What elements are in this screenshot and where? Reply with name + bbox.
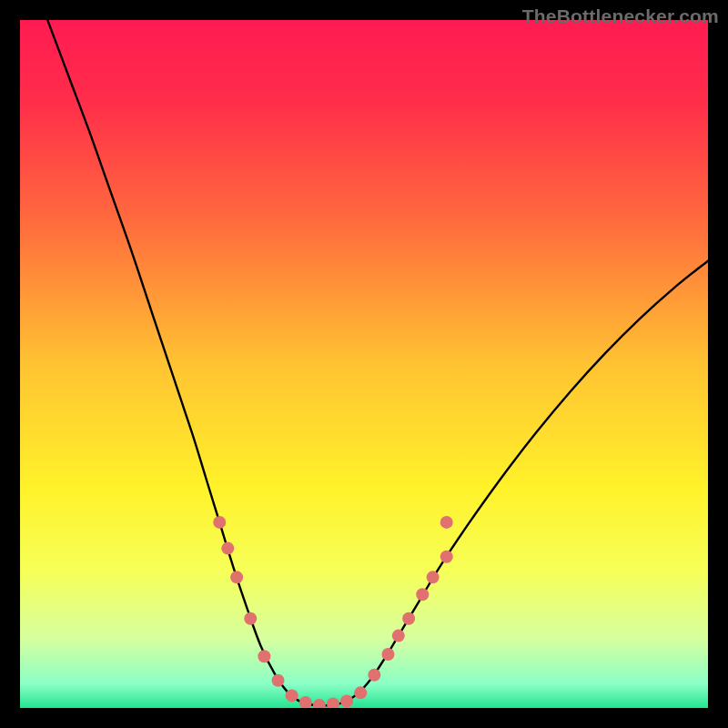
curve-marker xyxy=(244,612,257,625)
curve-marker xyxy=(272,674,285,687)
curve-marker xyxy=(440,551,453,563)
curve-marker xyxy=(221,542,234,555)
curve-marker xyxy=(213,516,226,529)
curve-marker xyxy=(427,571,440,583)
chart-root: TheBottlenecker.com xyxy=(0,0,728,728)
curve-marker xyxy=(230,571,243,583)
curve-marker xyxy=(340,694,353,707)
curve-marker xyxy=(392,630,405,642)
chart-svg xyxy=(20,20,708,708)
curve-marker xyxy=(416,588,429,601)
curve-marker xyxy=(286,689,298,702)
curve-marker xyxy=(368,669,380,682)
watermark-label: TheBottlenecker.com xyxy=(522,5,719,27)
curve-marker xyxy=(402,612,415,625)
curve-marker xyxy=(354,686,367,699)
plot-area xyxy=(20,20,708,708)
curve-marker xyxy=(381,648,394,661)
curve-marker xyxy=(440,516,453,529)
curve-marker xyxy=(258,650,270,662)
